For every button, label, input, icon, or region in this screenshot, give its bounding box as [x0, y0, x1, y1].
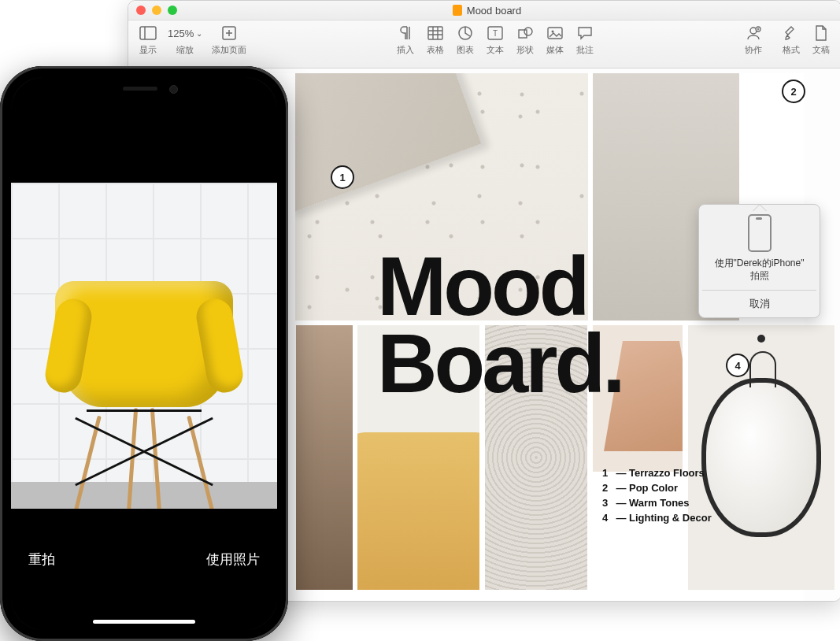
table-icon [425, 24, 446, 42]
popover-message: 使用"Derek的iPhone" 拍照 [702, 257, 816, 290]
document-title: Mood board [183, 5, 790, 17]
photo-chair-legs [63, 405, 225, 523]
svg-rect-5 [428, 27, 442, 39]
use-photo-button[interactable]: 使用照片 [206, 550, 260, 569]
mirror-hook-icon [757, 335, 765, 343]
iphone-outline-icon [748, 214, 772, 252]
iphone-notch [77, 77, 211, 99]
toolbar-zoom[interactable]: 125% ⌄ 缩放 [168, 24, 202, 56]
paintbrush-icon [781, 24, 801, 42]
textbox-icon: T [485, 24, 505, 42]
toolbar-view[interactable]: 显示 [138, 24, 158, 56]
toolbar-table[interactable]: 表格 [425, 24, 446, 56]
toolbar-chart-label: 图表 [457, 44, 474, 56]
document-icon [811, 24, 831, 42]
svg-rect-0 [140, 27, 156, 39]
document-title-text: Mood board [467, 5, 521, 17]
legend-item: 2—Pop Color [602, 482, 712, 494]
camera-bottom-bar: 重拍 使用照片 [11, 509, 277, 630]
window-close-button[interactable] [136, 6, 146, 15]
toolbar-add-page[interactable]: 添加页面 [212, 24, 246, 56]
pilcrow-icon [395, 24, 416, 42]
toolbar-view-label: 显示 [139, 44, 157, 56]
popover-line-1: 使用"Derek的iPhone" [715, 258, 805, 269]
toolbar-zoom-label: 缩放 [176, 44, 194, 56]
toolbar-table-label: 表格 [427, 44, 444, 56]
callout-badge-1[interactable]: 1 [331, 165, 354, 189]
toolbar-text-label: 文本 [487, 44, 504, 56]
shape-icon [515, 24, 535, 42]
iphone-device: 重拍 使用照片 [0, 66, 288, 641]
legend-item: 4—Lighting & Decor [602, 512, 712, 524]
toolbar-chart[interactable]: 图表 [455, 24, 476, 56]
headline-line-2: Board. [377, 325, 623, 402]
window-maximize-button[interactable] [168, 6, 177, 15]
toolbar: 显示 125% ⌄ 缩放 添加页面 [128, 20, 840, 69]
toolbar-comment-label: 批注 [576, 44, 594, 56]
chevron-down-icon: ⌄ [196, 29, 202, 38]
chart-icon [455, 24, 476, 42]
callout-badge-2[interactable]: 2 [782, 80, 805, 103]
toolbar-insert-label: 插入 [397, 44, 414, 56]
toolbar-format[interactable]: 格式 [781, 24, 801, 56]
image-tile-mirror[interactable] [688, 325, 834, 590]
toolbar-shape[interactable]: 形状 [515, 24, 535, 56]
image-tile-wood[interactable] [296, 325, 353, 590]
toolbar-media-label: 媒体 [546, 44, 564, 56]
retake-button[interactable]: 重拍 [28, 550, 55, 569]
svg-point-14 [524, 28, 532, 35]
callout-badge-4[interactable]: 4 [726, 354, 749, 377]
toolbar-media[interactable]: 媒体 [545, 24, 565, 56]
mirror-shape-icon [701, 378, 821, 537]
toolbar-text[interactable]: T 文本 [485, 24, 505, 56]
toolbar-add-page-label: 添加页面 [212, 44, 246, 56]
image-icon [545, 24, 565, 42]
toolbar-comment[interactable]: 批注 [575, 24, 595, 56]
home-indicator[interactable] [93, 620, 195, 624]
collaborate-icon [743, 24, 764, 42]
toolbar-shape-label: 形状 [516, 44, 534, 56]
legend-list[interactable]: 1—Terrazzo Floors 2—Pop Color 3—Warm Ton… [602, 467, 712, 527]
comment-icon [575, 24, 595, 42]
add-page-icon [219, 24, 239, 42]
headline-line-1: Mood [377, 248, 623, 325]
window-minimize-button[interactable] [152, 6, 161, 15]
photo-chair-seat [55, 281, 233, 407]
toolbar-document-label: 文稿 [812, 44, 830, 56]
toolbar-format-label: 格式 [783, 44, 800, 56]
toolbar-collaborate[interactable]: 协作 [743, 24, 764, 56]
iphone-screen: 重拍 使用照片 [11, 77, 277, 630]
svg-point-16 [551, 31, 553, 33]
camera-viewfinder[interactable] [11, 183, 277, 529]
toolbar-collaborate-label: 协作 [745, 44, 762, 56]
continuity-camera-popover: 使用"Derek的iPhone" 拍照 取消 [698, 204, 820, 318]
window-titlebar: Mood board [128, 1, 840, 20]
legend-item: 1—Terrazzo Floors [602, 467, 712, 479]
toolbar-insert[interactable]: 插入 [395, 24, 416, 56]
pages-document-icon [453, 5, 462, 16]
toolbar-document[interactable]: 文稿 [811, 24, 831, 56]
legend-item: 3—Warm Tones [602, 497, 712, 509]
popover-cancel-button[interactable]: 取消 [702, 290, 816, 317]
sidebar-icon [138, 24, 158, 42]
toolbar-zoom-value: 125% [168, 28, 194, 39]
document-headline[interactable]: Mood Board. [377, 248, 623, 402]
svg-text:T: T [493, 29, 498, 38]
popover-line-2: 拍照 [750, 270, 769, 281]
